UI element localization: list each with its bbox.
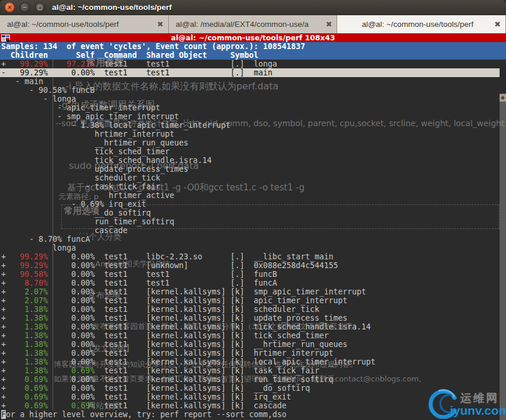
window-titlebar: × − ◻ al@al: ~/common-use/tools/perf (0, 0, 506, 15)
callchain-row[interactable]: - 1.38% local_apic_timer_interrupt (0, 121, 500, 130)
tab-close-icon[interactable]: ✖ (494, 20, 501, 29)
callchain-row[interactable]: - 8.70% funcA (0, 235, 500, 244)
tab-label: al@al: /media/al/EXT4/common-use/a (176, 20, 323, 29)
perf-row[interactable]: + 1.38% 0.00% test1 [kernel.kallsyms] [k… (0, 349, 500, 357)
screen-status-bar: al@al: ~/common-use/tools/perf 108x43 (0, 33, 506, 42)
perf-row[interactable]: + 1.38% 0.69% test1 [kernel.kallsyms] [k… (0, 366, 500, 375)
logo-en-text: iyunv.com (450, 404, 506, 418)
tab-label: al@al: ~/common-use/tools/perf (7, 20, 154, 29)
callchain-row[interactable]: scheduler_tick (0, 173, 500, 182)
perf-row[interactable]: + 1.38% 0.00% test1 [kernel.kallsyms] [k… (0, 331, 500, 340)
maximize-window-icon[interactable]: ◻ (35, 2, 45, 12)
perf-row[interactable]: + 0.69% 0.00% test1 [kernel.kallsyms] [k… (0, 384, 500, 393)
callchain-row[interactable]: __hrtimer_run_queues (0, 138, 500, 147)
callchain-row[interactable]: hrtimer_active (0, 191, 500, 200)
perf-row[interactable]: + 1.38% 0.00% test1 [kernel.kallsyms] [k… (0, 314, 500, 322)
minimize-window-icon[interactable]: − (20, 2, 30, 12)
callchain-row[interactable]: - main (0, 77, 500, 86)
perf-row[interactable]: + 0.69% 0.00% test1 [kernel.kallsyms] [k… (0, 375, 500, 384)
window-title: al@al: ~/common-use/tools/perf (52, 3, 172, 12)
perf-row[interactable]: - 99.29% 0.00% test1 test1 [.] main (0, 68, 500, 77)
perf-row[interactable]: + 2.07% 0.00% test1 [kernel.kallsyms] [k… (0, 287, 500, 296)
tab-1[interactable]: al@al: ~/common-use/tools/perf✖ (0, 15, 169, 33)
window-buttons: × − ◻ (5, 2, 45, 12)
callchain-row[interactable]: - longa (0, 95, 500, 103)
perf-rows: + 99.29% 97.21% test1 test1 [.] longa- 9… (0, 60, 500, 410)
perf-header: Samples: 134 of event 'cycles', Event co… (0, 42, 506, 60)
perf-row[interactable]: + 1.38% 0.00% test1 [kernel.kallsyms] [k… (0, 357, 500, 366)
callchain-row[interactable]: - 90.58% funcB (0, 86, 500, 95)
perf-row[interactable]: + 90.58% 0.00% test1 test1 [.] funcB (0, 270, 500, 279)
tab-close-icon[interactable]: ✖ (157, 20, 164, 29)
callchain-row[interactable]: - smp_apic_timer_interrupt (0, 112, 500, 121)
perf-row[interactable]: + 99.29% 0.00% test1 libc-2.23.so [.] __… (0, 252, 500, 261)
callchain-row[interactable]: hrtimer_interrupt (0, 130, 500, 138)
tab-2[interactable]: al@al: /media/al/EXT4/common-use/a✖ (169, 15, 338, 33)
callchain-row[interactable]: cascade (0, 226, 500, 235)
close-window-icon[interactable]: × (5, 2, 15, 12)
perf-row[interactable]: + 99.29% 97.21% test1 test1 [.] longa (0, 60, 500, 68)
screen-grid-icon (1, 34, 10, 41)
perf-report-tui: Samples: 134 of event 'cycles', Event co… (0, 42, 506, 420)
callchain-row[interactable]: - task_tick_fair (0, 182, 500, 191)
callchain-row[interactable]: __do_softirq (0, 209, 500, 217)
perf-row[interactable]: + 2.07% 0.00% test1 [kernel.kallsyms] [k… (0, 296, 500, 305)
terminal-window: × − ◻ al@al: ~/common-use/tools/perf al@… (0, 0, 506, 420)
tab-bar: al@al: ~/common-use/tools/perf✖al@al: /m… (0, 15, 506, 33)
perf-row[interactable]: + 0.69% 0.69% test1 [kernel.kallsyms] [k… (0, 401, 500, 410)
perf-row[interactable]: + 1.38% 0.00% test1 [kernel.kallsyms] [k… (0, 340, 500, 349)
perf-row[interactable]: + 1.38% 0.00% test1 [kernel.kallsyms] [k… (0, 305, 500, 314)
tab-close-icon[interactable]: ✖ (325, 20, 332, 29)
callchain-row[interactable]: - apic_timer_interrupt (0, 103, 500, 112)
scrollbar-thumb[interactable] (500, 94, 506, 102)
perf-samples-line: Samples: 134 of event 'cycles', Event co… (0, 42, 506, 51)
perf-row[interactable]: + 1.38% 0.00% test1 [kernel.kallsyms] [k… (0, 322, 500, 331)
callchain-row[interactable]: update_process_times (0, 165, 500, 173)
callchain-row[interactable]: longa (0, 244, 500, 252)
screen-session-title: al@al: ~/common-use/tools/perf 108x43 (10, 33, 496, 42)
perf-column-headers: Children Self Command Shared Object Symb… (0, 51, 506, 60)
perf-row[interactable]: + 99.29% 0.00% test1 [unknown] [.] 0x088… (0, 261, 500, 270)
block-cursor: F (1, 410, 6, 419)
callchain-row[interactable]: run_timer_softirq (0, 217, 500, 226)
callchain-row[interactable]: - 0.69% irq_exit (0, 200, 500, 209)
perf-row[interactable]: + 8.70% 0.00% test1 test1 [.] funcA (0, 279, 500, 287)
callchain-row[interactable]: tick_sched_timer (0, 147, 500, 156)
iyunv-logo: 运维网 iyunv.com (428, 388, 504, 419)
perf-row[interactable]: + 0.69% 0.00% test1 [kernel.kallsyms] [k… (0, 393, 500, 401)
callchain-row[interactable]: tick_sched_handle.isra.14 (0, 156, 500, 165)
tab-label: al@al: ~/common-use/tools/perf (344, 20, 491, 29)
scrollbar[interactable] (500, 93, 506, 420)
tab-3[interactable]: al@al: ~/common-use/tools/perf✖ (337, 15, 506, 33)
